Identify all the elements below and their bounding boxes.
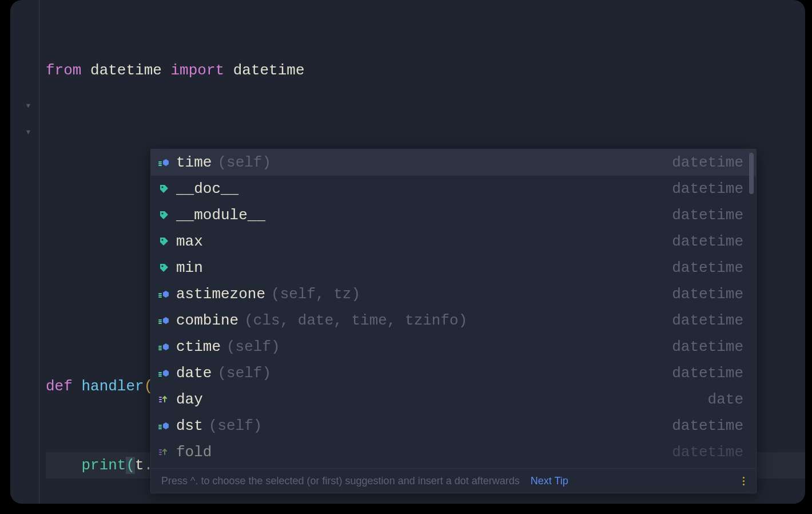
completion-origin: datetime	[672, 233, 743, 250]
completion-origin: datetime	[672, 365, 743, 382]
completion-origin: datetime	[672, 286, 743, 303]
autocomplete-item[interactable]: __module__datetime	[151, 202, 756, 228]
indent	[46, 457, 81, 474]
autocomplete-item[interactable]: __doc__datetime	[151, 176, 756, 202]
gutter: ▾ ▾	[10, 0, 45, 504]
method-icon	[158, 420, 170, 432]
field-icon	[158, 393, 170, 406]
autocomplete-item[interactable]: astimezone(self, tz)datetime	[151, 281, 756, 307]
svg-point-0	[161, 186, 163, 188]
autocomplete-item[interactable]: ctime(self)datetime	[151, 334, 756, 360]
module-name: datetime	[90, 62, 162, 79]
call-name: print	[81, 457, 126, 474]
svg-point-3	[161, 265, 163, 267]
property-icon	[158, 183, 170, 195]
completion-origin: datetime	[672, 180, 743, 197]
completion-signature: (self)	[217, 365, 271, 382]
completion-signature: (self)	[226, 338, 280, 355]
method-icon	[158, 156, 170, 169]
completion-name: date	[176, 365, 212, 382]
autocomplete-popup[interactable]: time(self)datetime__doc__datetime__modul…	[150, 149, 757, 493]
completion-name: ctime	[176, 338, 221, 355]
function-name: handler	[81, 378, 144, 395]
autocomplete-item[interactable]: mindatetime	[151, 255, 756, 281]
autocomplete-item[interactable]: folddatetime	[151, 439, 756, 465]
hint-text: Press ^. to choose the selected (or firs…	[161, 475, 520, 487]
svg-point-2	[161, 239, 163, 240]
code-editor[interactable]: ▾ ▾ from datetime import datetime def ha…	[10, 0, 805, 504]
autocomplete-item[interactable]: maxdatetime	[151, 228, 756, 255]
fold-marker-icon[interactable]: ▾	[25, 101, 31, 111]
next-tip-link[interactable]: Next Tip	[531, 475, 568, 487]
completion-name: max	[176, 233, 203, 250]
method-icon	[158, 367, 170, 379]
paren-open: (	[126, 457, 135, 474]
completion-signature: (self, tz)	[271, 286, 360, 303]
completion-name: combine	[176, 312, 238, 329]
completion-origin: datetime	[672, 338, 743, 355]
autocomplete-item[interactable]: date(self)datetime	[151, 360, 756, 386]
autocomplete-item[interactable]: combine(cls, date, time, tzinfo)datetime	[151, 307, 756, 334]
more-options-icon[interactable]	[739, 477, 748, 485]
completion-signature: (cls, date, time, tzinfo)	[244, 312, 467, 329]
keyword-import: import	[170, 62, 224, 79]
method-icon	[158, 341, 170, 353]
property-icon	[158, 262, 170, 274]
autocomplete-footer: Press ^. to choose the selected (or firs…	[151, 468, 756, 493]
completion-name: __module__	[176, 207, 265, 224]
completion-origin: datetime	[672, 312, 743, 329]
autocomplete-list[interactable]: time(self)datetime__doc__datetime__modul…	[151, 149, 756, 468]
completion-name: time	[176, 154, 212, 171]
completion-origin: datetime	[672, 154, 743, 171]
variable: t	[135, 457, 144, 474]
completion-origin: date	[708, 391, 743, 408]
keyword-def: def	[46, 378, 73, 395]
completion-name: day	[176, 391, 203, 408]
completion-signature: (self)	[209, 417, 262, 434]
keyword-from: from	[46, 62, 81, 79]
completion-origin: datetime	[672, 259, 743, 276]
editor-frame: ▾ ▾ from datetime import datetime def ha…	[10, 0, 805, 504]
scrollbar-thumb[interactable]	[749, 153, 754, 194]
completion-origin: datetime	[672, 417, 743, 434]
code-line[interactable]: from datetime import datetime	[46, 57, 805, 84]
completion-origin: datetime	[672, 444, 743, 461]
method-icon	[158, 314, 170, 327]
completion-name: dst	[176, 417, 203, 434]
property-icon	[158, 235, 170, 248]
completion-name: min	[176, 259, 203, 276]
field-icon	[158, 446, 170, 458]
completion-name: __doc__	[176, 180, 238, 197]
completion-name: fold	[176, 444, 212, 461]
module-name: datetime	[233, 62, 305, 79]
property-icon	[158, 209, 170, 222]
completion-name: astimezone	[176, 286, 265, 303]
completion-signature: (self)	[217, 154, 271, 171]
autocomplete-item[interactable]: dst(self)datetime	[151, 413, 756, 439]
fold-marker-icon[interactable]: ▾	[25, 127, 31, 137]
autocomplete-item[interactable]: daydate	[151, 386, 756, 413]
svg-point-1	[161, 212, 163, 214]
autocomplete-item[interactable]: time(self)datetime	[151, 149, 756, 176]
method-icon	[158, 288, 170, 301]
completion-origin: datetime	[672, 207, 743, 224]
